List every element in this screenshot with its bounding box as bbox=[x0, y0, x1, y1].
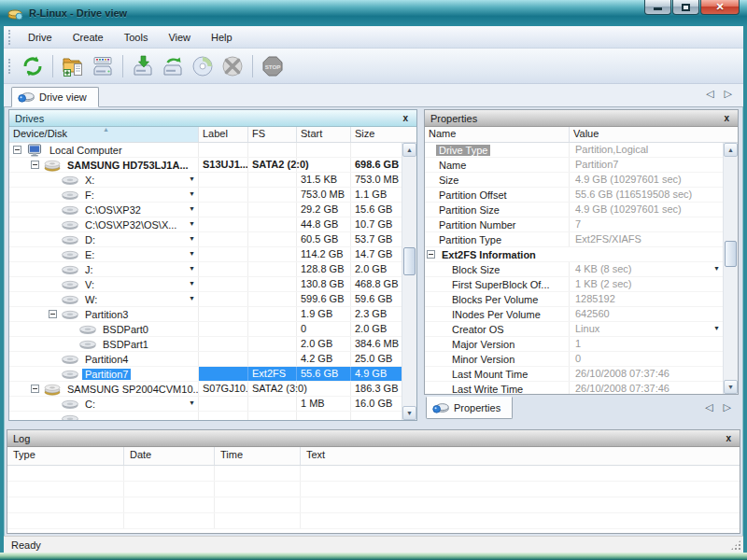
menu-help[interactable]: Help bbox=[201, 29, 243, 46]
menu-drive[interactable]: Drive bbox=[18, 29, 63, 46]
tree-expander-icon[interactable] bbox=[13, 146, 21, 154]
drive-row[interactable]: SAMSUNG HD753LJ1A...S13UJ1...SATA2 (2:0)… bbox=[9, 158, 402, 173]
property-row[interactable]: Last Mount Time26/10/2008 07:37:46 bbox=[425, 367, 723, 382]
property-row[interactable]: NamePartition7 bbox=[425, 158, 723, 173]
property-row[interactable]: Drive TypePartition,Logical bbox=[425, 143, 723, 158]
scan-drive-button[interactable] bbox=[128, 52, 158, 80]
column-name[interactable]: Name bbox=[425, 127, 570, 142]
tab-properties[interactable]: Properties bbox=[426, 397, 513, 419]
tree-expander-icon[interactable] bbox=[31, 385, 39, 393]
column-fs[interactable]: FS bbox=[248, 127, 297, 142]
property-row[interactable]: Block Size4 KB (8 sec)▼ bbox=[425, 262, 723, 277]
disk-icon bbox=[61, 278, 79, 291]
stop-button[interactable]: STOP bbox=[258, 52, 288, 80]
property-row[interactable]: Blocks Per Volume1285192 bbox=[425, 292, 723, 307]
property-row[interactable]: Creator OSLinux▼ bbox=[425, 322, 723, 337]
column-device-disk[interactable]: Device/Disk ▲ bbox=[9, 127, 199, 142]
tab-nav-arrows[interactable]: ◁ ▷ bbox=[706, 88, 736, 100]
tree-expander-icon[interactable] bbox=[427, 250, 435, 259]
value-dropdown-icon[interactable]: ▼ bbox=[713, 325, 720, 331]
open-drive-image-button[interactable] bbox=[58, 52, 88, 80]
create-disc-button[interactable] bbox=[188, 52, 218, 80]
properties-nav-arrows[interactable]: ◁ ▷ bbox=[705, 401, 735, 413]
property-row[interactable]: First SuperBlock Of...1 KB (2 sec) bbox=[425, 277, 723, 292]
value-dropdown-icon[interactable]: ▼ bbox=[713, 265, 720, 272]
property-row[interactable]: Major Version1 bbox=[425, 337, 723, 352]
row-dropdown-icon[interactable]: ▼ bbox=[189, 220, 195, 227]
property-row[interactable]: Partition Number7 bbox=[425, 217, 723, 232]
row-dropdown-icon[interactable]: ▼ bbox=[189, 280, 195, 287]
column-size[interactable]: Size bbox=[351, 127, 416, 142]
row-dropdown-icon[interactable]: ▼ bbox=[189, 205, 195, 212]
property-row[interactable]: INodes Per Volume642560 bbox=[425, 307, 723, 322]
log-column-date[interactable]: Date bbox=[124, 447, 215, 465]
row-dropdown-icon[interactable]: ▼ bbox=[189, 250, 195, 257]
scroll-up-icon[interactable]: ▲ bbox=[402, 143, 416, 157]
drives-scrollbar[interactable]: ▲ ▼ bbox=[402, 143, 416, 420]
property-row[interactable]: Partition Size4.9 GB (10297601 sec) bbox=[425, 203, 723, 217]
drive-row[interactable]: X:▼31.5 KB753.0 MB bbox=[9, 173, 402, 188]
tree-expander-icon[interactable] bbox=[49, 310, 57, 318]
drives-scroll-thumb[interactable] bbox=[403, 247, 416, 275]
tab-drive-view[interactable]: Drive view bbox=[11, 87, 99, 107]
column-value[interactable]: Value bbox=[570, 127, 738, 142]
menubar-grip[interactable] bbox=[8, 30, 11, 45]
property-row[interactable]: Last Write Time26/10/2008 07:37:46 bbox=[425, 382, 723, 394]
log-column-time[interactable]: Time bbox=[215, 447, 301, 465]
toolbar-grip[interactable] bbox=[8, 59, 11, 74]
drive-row[interactable]: Local Computer bbox=[9, 143, 402, 158]
property-row[interactable]: Ext2FS Information bbox=[425, 247, 723, 262]
properties-scrollbar[interactable]: ▲ ▼ bbox=[723, 143, 738, 394]
scroll-down-icon[interactable]: ▼ bbox=[724, 380, 738, 394]
drive-row[interactable] bbox=[9, 412, 402, 420]
drives-panel-close-icon[interactable]: x bbox=[400, 113, 411, 123]
property-row[interactable]: Minor Version0 bbox=[425, 352, 723, 367]
log-panel-close-icon[interactable]: x bbox=[723, 433, 734, 443]
row-dropdown-icon[interactable]: ▼ bbox=[189, 175, 195, 182]
drive-row[interactable]: D:▼60.5 GB53.7 GB bbox=[9, 232, 402, 247]
property-row[interactable]: Size4.9 GB (10297601 sec) bbox=[425, 173, 723, 188]
menu-create[interactable]: Create bbox=[63, 29, 114, 46]
menu-tools[interactable]: Tools bbox=[114, 29, 159, 46]
maximize-button[interactable] bbox=[672, 0, 699, 15]
row-dropdown-icon[interactable]: ▼ bbox=[189, 399, 195, 406]
drive-row[interactable]: C:\OS\XP32▼29.2 GB15.6 GB bbox=[9, 203, 402, 217]
resize-grip-icon[interactable] bbox=[730, 539, 741, 551]
menu-view[interactable]: View bbox=[158, 29, 201, 46]
properties-scroll-thumb[interactable] bbox=[725, 241, 737, 267]
drive-row[interactable]: C:\OS\XP32\OS\X...▼44.8 GB10.7 GB bbox=[9, 217, 402, 232]
drive-row[interactable]: F:▼753.0 MB1.1 GB bbox=[9, 188, 402, 203]
drive-row[interactable]: C:▼1 MB16.0 GB bbox=[9, 397, 402, 412]
drive-row[interactable]: SAMSUNG SP2004CVM10...S07GJ10...SATA2 (3… bbox=[9, 382, 402, 397]
log-column-type[interactable]: Type bbox=[7, 447, 124, 465]
close-drive-button[interactable] bbox=[218, 52, 247, 80]
scroll-up-icon[interactable]: ▲ bbox=[724, 143, 738, 157]
column-start[interactable]: Start bbox=[297, 127, 351, 142]
drive-row[interactable]: Partition7Ext2FS55.6 GB4.9 GB bbox=[9, 367, 402, 382]
drive-row[interactable]: E:▼114.2 GB14.7 GB bbox=[9, 247, 402, 262]
scroll-down-icon[interactable]: ▼ bbox=[402, 406, 416, 420]
rescan-drive-button[interactable] bbox=[158, 52, 188, 80]
drive-row[interactable]: Partition31.9 GB2.3 GB bbox=[9, 307, 402, 322]
row-dropdown-icon[interactable]: ▼ bbox=[189, 190, 195, 197]
property-row[interactable]: Partition Offset55.6 GB (116519508 sec) bbox=[425, 188, 723, 203]
close-button[interactable]: ✕ bbox=[700, 0, 740, 15]
row-dropdown-icon[interactable]: ▼ bbox=[189, 265, 195, 272]
column-label[interactable]: Label bbox=[199, 127, 248, 142]
drive-row[interactable]: J:▼128.8 GB2.0 GB bbox=[9, 262, 402, 277]
minimize-button[interactable] bbox=[644, 0, 671, 15]
property-row[interactable]: Partition TypeExt2FS/XIAFS bbox=[425, 232, 723, 247]
drive-row[interactable]: BSDPart002.0 GB bbox=[9, 322, 402, 337]
drive-row[interactable]: W:▼599.6 GB59.6 GB bbox=[9, 292, 402, 307]
connect-drive-button[interactable] bbox=[88, 52, 118, 80]
row-dropdown-icon[interactable]: ▼ bbox=[189, 295, 195, 301]
drive-row[interactable]: BSDPart12.0 GB384.6 MB bbox=[9, 337, 402, 352]
title-bar[interactable]: R-Linux - Drive view ✕ bbox=[0, 0, 747, 26]
drive-row[interactable]: V:▼130.8 GB468.8 GB bbox=[9, 277, 402, 292]
properties-panel-close-icon[interactable]: x bbox=[721, 113, 732, 123]
drive-row[interactable]: Partition44.2 GB25.0 GB bbox=[9, 352, 402, 367]
row-dropdown-icon[interactable]: ▼ bbox=[189, 235, 195, 242]
tree-expander-icon[interactable] bbox=[31, 161, 39, 169]
log-column-text[interactable]: Text bbox=[301, 447, 740, 465]
refresh-button[interactable] bbox=[18, 52, 48, 80]
